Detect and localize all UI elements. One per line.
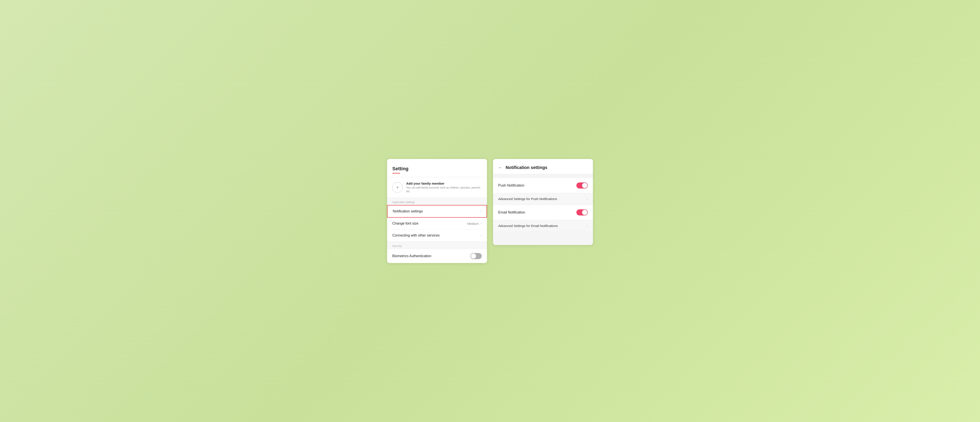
title-underline bbox=[392, 173, 400, 174]
email-notification-label: Email Notification bbox=[498, 210, 525, 214]
back-button[interactable]: ← bbox=[498, 165, 503, 170]
advanced-push-chevron-icon: › bbox=[587, 197, 588, 201]
connecting-services-label: Connecting with other services bbox=[392, 234, 440, 237]
notification-settings-right: › bbox=[480, 209, 481, 213]
notification-chevron-icon: › bbox=[480, 209, 481, 213]
family-section[interactable]: + Add your family member You can add fam… bbox=[387, 177, 487, 198]
add-family-button[interactable]: + bbox=[392, 182, 403, 193]
change-font-size-label: Change font size bbox=[392, 221, 418, 225]
advanced-push-settings-label: Advanced Settings for Push Notifications bbox=[498, 197, 557, 201]
font-size-right: Medium › bbox=[467, 221, 482, 225]
connecting-services-right: › bbox=[480, 234, 482, 237]
notification-settings-label: Notification settings bbox=[393, 209, 423, 213]
push-notification-item: Push Notification bbox=[493, 178, 593, 193]
security-label: Security bbox=[387, 242, 487, 249]
plus-icon: + bbox=[396, 185, 399, 190]
family-title: Add your family member bbox=[406, 182, 482, 185]
push-notification-knob bbox=[582, 183, 587, 188]
family-subtitle: You can add family accounts such as chil… bbox=[406, 186, 482, 193]
notification-settings-item[interactable]: Notification settings › bbox=[387, 205, 487, 218]
advanced-email-chevron-icon: › bbox=[587, 224, 588, 228]
push-notification-label: Push Notification bbox=[498, 183, 524, 188]
left-panel: Setting + Add your family member You can… bbox=[387, 159, 487, 263]
right-panel: ← Notification settings Push Notificatio… bbox=[493, 159, 593, 245]
push-notification-toggle[interactable] bbox=[576, 182, 588, 188]
bottom-spacer bbox=[493, 232, 593, 245]
biometrics-toggle[interactable] bbox=[471, 253, 482, 259]
right-panel-header: ← Notification settings bbox=[493, 159, 593, 174]
left-panel-title: Setting bbox=[392, 166, 482, 172]
biometrics-item[interactable]: Biometrics Authentication bbox=[387, 249, 487, 263]
right-panel-title: Notification settings bbox=[506, 165, 547, 170]
connecting-services-chevron-icon: › bbox=[480, 234, 482, 237]
settings-list: Notification settings › Change font size… bbox=[387, 205, 487, 242]
security-section: Security Biometrics Authentication bbox=[387, 242, 487, 263]
family-text: Add your family member You can add famil… bbox=[406, 182, 482, 193]
email-notification-item: Email Notification bbox=[493, 205, 593, 220]
top-spacer bbox=[493, 174, 593, 178]
font-size-chevron-icon: › bbox=[480, 221, 482, 225]
left-panel-header: Setting bbox=[387, 159, 487, 177]
font-size-value: Medium bbox=[467, 222, 479, 225]
biometrics-toggle-knob bbox=[471, 253, 476, 259]
email-notification-toggle[interactable] bbox=[576, 209, 588, 215]
email-notification-knob bbox=[582, 210, 587, 215]
advanced-email-settings-label: Advanced Settings for Email Notification… bbox=[498, 224, 558, 228]
change-font-size-item[interactable]: Change font size Medium › bbox=[387, 218, 487, 229]
app-settings-label: Application settings bbox=[387, 197, 487, 205]
panels-container: Setting + Add your family member You can… bbox=[387, 159, 593, 263]
biometrics-label: Biometrics Authentication bbox=[392, 254, 431, 258]
advanced-email-settings-item[interactable]: Advanced Settings for Email Notification… bbox=[493, 220, 593, 232]
connecting-services-item[interactable]: Connecting with other services › bbox=[387, 229, 487, 242]
advanced-push-settings-item[interactable]: Advanced Settings for Push Notifications… bbox=[493, 193, 593, 205]
